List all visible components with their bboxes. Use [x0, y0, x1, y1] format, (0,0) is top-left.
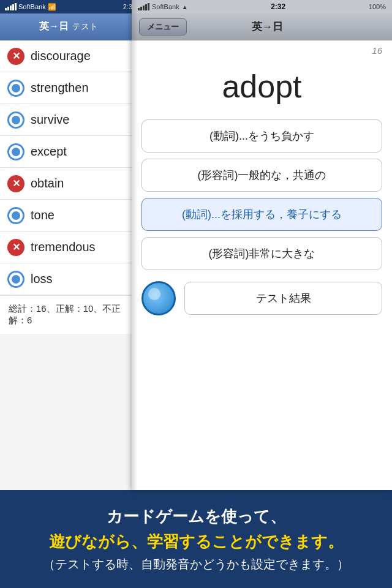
nav-title-left: 英→日 — [39, 20, 69, 33]
play-button[interactable] — [141, 281, 176, 315]
correct-icon — [7, 111, 24, 129]
time-right: 2:32 — [271, 2, 285, 11]
nav-subtitle-left: テスト — [72, 21, 98, 32]
list-item[interactable]: strengthen — [0, 72, 137, 104]
choice-button[interactable]: (動詞)...をうち負かす — [141, 119, 382, 153]
main-word: adopt — [132, 56, 392, 119]
signal-bars — [5, 3, 17, 10]
word-label: obtain — [31, 176, 64, 190]
list-item[interactable]: tone — [0, 200, 137, 232]
bottom-text-area: カードゲームを使って、 遊びながら、学習することができます。 （テストする時、自… — [0, 490, 392, 588]
wrong-icon: ✕ — [7, 239, 24, 256]
word-label: loss — [31, 272, 53, 286]
correct-icon — [7, 143, 24, 160]
carrier-left: SoftBank 📶 — [5, 3, 56, 11]
wrong-icon: ✕ — [7, 175, 24, 192]
nav-bar-left: 英→日 テスト — [0, 13, 137, 40]
bottom-line1: カードゲームを使って、 — [107, 506, 286, 527]
word-label: tone — [31, 208, 55, 222]
correct-icon — [7, 271, 24, 288]
list-item[interactable]: ✕discourage — [0, 40, 137, 72]
word-label: tremendous — [31, 240, 96, 254]
correct-icon — [7, 80, 24, 97]
word-label: discourage — [31, 49, 91, 63]
summary-row: 総計：16、正解：10、不正解：6 — [0, 295, 137, 334]
correct-icon — [7, 207, 24, 224]
result-button[interactable]: テスト結果 — [184, 282, 382, 315]
word-list: ✕discouragestrengthensurviveexcept✕obtai… — [0, 40, 137, 295]
choices: (動詞)...をうち負かす(形容詞)一般的な，共通の(動詞)...を採用する，養… — [132, 119, 392, 270]
list-item[interactable]: except — [0, 136, 137, 168]
status-bar-left: SoftBank 📶 2:3 — [0, 0, 137, 13]
left-panel: SoftBank 📶 2:3 英→日 テスト ✕discouragestreng… — [0, 0, 138, 490]
choice-button[interactable]: (動詞)...を採用する，養子にする — [141, 198, 382, 231]
choice-button[interactable]: (形容詞)非常に大きな — [141, 237, 382, 270]
bottom-line3: （テストする時、自動発音かどうかも設定できます。） — [43, 556, 349, 573]
card-number: 16 — [132, 40, 392, 56]
status-bar-right: SoftBank ▲ 2:32 100% — [132, 0, 392, 13]
word-label: strengthen — [31, 81, 89, 95]
carrier-name-left: SoftBank — [18, 3, 46, 10]
bottom-line2: 遊びながら、学習することができます。 — [49, 531, 344, 552]
wifi-icon-right: ▲ — [182, 4, 188, 10]
list-item[interactable]: ✕obtain — [0, 168, 137, 200]
list-item[interactable]: loss — [0, 263, 137, 295]
carrier-name-right: SoftBank — [152, 3, 179, 10]
nav-bar-right: メニュー 英→日 — [132, 13, 392, 40]
wrong-icon: ✕ — [7, 48, 24, 65]
list-item[interactable]: ✕tremendous — [0, 232, 137, 263]
choice-button[interactable]: (形容詞)一般的な，共通の — [141, 159, 382, 192]
time-left: 2:3 — [123, 3, 132, 10]
back-button[interactable]: メニュー — [139, 18, 187, 36]
word-label: except — [31, 145, 67, 159]
right-panel: SoftBank ▲ 2:32 100% メニュー 英→日 16 adopt (… — [132, 0, 392, 490]
bottom-controls: テスト結果 — [132, 270, 392, 326]
nav-title-right: 英→日 — [187, 20, 348, 34]
signal-bars-right — [138, 3, 149, 10]
list-item[interactable]: survive — [0, 104, 137, 136]
wifi-icon-left: 📶 — [48, 3, 56, 11]
carrier-right: SoftBank ▲ — [138, 3, 188, 10]
word-label: survive — [31, 113, 69, 127]
battery-right: 100% — [369, 3, 386, 10]
